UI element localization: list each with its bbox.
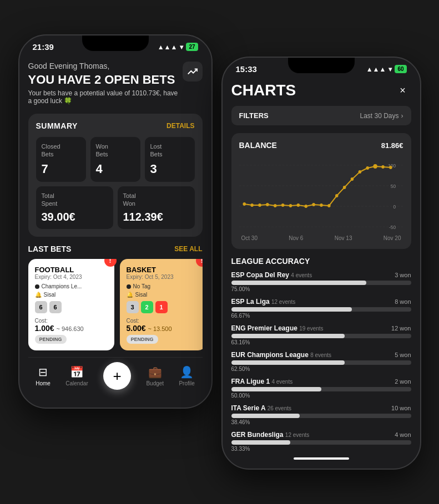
close-button[interactable]: ×	[395, 82, 411, 99]
bet-tag-football: Champions Le...	[35, 283, 108, 289]
svg-point-10	[266, 203, 269, 206]
league-name-row: ESP La Liga 12 events 8 won	[231, 298, 411, 306]
subtitle: Your bets have a potential value of 1010…	[28, 89, 183, 105]
league-name-row: FRA Ligue 1 4 events 2 won	[231, 378, 411, 385]
bet-cost-label-b: Cost:	[127, 318, 199, 324]
league-name-row: ENG Premier League 19 events 12 won	[231, 324, 411, 332]
details-link[interactable]: DETAILS	[166, 122, 194, 130]
bet-amount-football: 1.00€ ~ 946.630	[35, 324, 108, 333]
bet-status-basket: PENDING	[127, 335, 158, 344]
league-name: ESP Copa Del Rey 4 events	[231, 271, 312, 279]
filters-bar[interactable]: FILTERS Last 30 Days ›	[231, 106, 411, 125]
score-b3: 1	[155, 301, 168, 313]
left-content: Good Evening Thomas, YOU HAVE 2 OPEN BET…	[19, 55, 211, 408]
stat-label-spent: TotalSpent	[42, 192, 108, 208]
svg-point-9	[258, 203, 261, 207]
bet-card-football[interactable]: ! FOOTBALL Expiry: Oct 4, 2023 Champions…	[28, 259, 114, 350]
home-icon: ⊟	[38, 365, 48, 379]
svg-point-12	[281, 203, 284, 207]
bet-card-basket[interactable]: ! BASKET Expiry: Oct 5, 2023 No Tag 🔔 Si…	[120, 259, 203, 350]
league-item: FRA Ligue 1 4 events 2 won 50.00%	[231, 378, 411, 399]
right-content: CHARTS × FILTERS Last 30 Days › BALANCE …	[223, 77, 420, 469]
stats-grid-top: ClosedBets 7 WonBets 4 LostBets 3	[36, 137, 195, 182]
scroll-indicator	[294, 457, 349, 460]
league-name-row: EUR Champions League 8 events 5 won	[231, 351, 411, 359]
charts-title: CHARTS	[231, 82, 296, 99]
tag-dot-basket	[127, 284, 131, 289]
battery-right: 60	[395, 65, 406, 73]
league-name: ITA Serie A 26 events	[231, 404, 292, 412]
svg-point-26	[389, 166, 392, 169]
score-b2: 2	[141, 301, 153, 313]
score-1: 6	[35, 301, 47, 313]
svg-point-19	[335, 194, 338, 197]
chart-value: 81.86€	[381, 141, 403, 150]
chart-labels: Oct 30 Nov 6 Nov 13 Nov 20	[239, 235, 403, 241]
svg-text:0: 0	[393, 204, 396, 210]
progress-bar-bg	[231, 307, 411, 312]
svg-point-21	[350, 177, 354, 181]
phones-container: 21:39 ▲▲▲ ▾ 27 Good Evening Thomas, YOU …	[18, 34, 421, 470]
league-name: ENG Premier League 19 events	[231, 324, 324, 332]
svg-point-13	[289, 204, 292, 207]
nav-home-label: Home	[36, 380, 51, 386]
signal-icon: ▲▲▲	[158, 43, 178, 51]
league-list: ESP Copa Del Rey 4 events 3 won 75.00% E…	[231, 271, 411, 452]
salutation: Good Evening Thomas,	[28, 62, 183, 70]
status-icons-right: ▲▲▲ ▾ 60	[366, 65, 407, 73]
league-name: ESP La Liga 12 events	[231, 298, 296, 306]
budget-icon: 💼	[148, 365, 162, 379]
calendar-icon: 📅	[70, 365, 84, 379]
last-bets-title: LAST BETS	[28, 245, 72, 253]
score-b1: 3	[127, 301, 139, 313]
league-pct: 66.67%	[231, 313, 411, 319]
league-pct: 33.33%	[231, 446, 411, 452]
user-name-basket: Sisal	[135, 292, 148, 298]
league-won: 4 won	[395, 431, 411, 438]
nav-home[interactable]: ⊟ Home	[36, 365, 51, 386]
nav-add-button[interactable]: +	[103, 362, 131, 390]
progress-bar-fill	[231, 281, 366, 285]
tag-dot	[35, 284, 39, 289]
nav-budget-label: Budget	[146, 380, 164, 386]
summary-title: SUMMARY	[36, 121, 78, 130]
chart-dot	[243, 202, 246, 206]
svg-point-15	[304, 205, 307, 208]
league-won: 2 won	[395, 378, 411, 385]
chart-title: BALANCE	[239, 141, 277, 150]
filters-label: FILTERS	[239, 111, 269, 120]
bottom-nav: ⊟ Home 📅 Calendar + 💼 Budget 👤 Profile	[28, 357, 203, 399]
league-won: 10 won	[391, 405, 411, 411]
chevron-right-icon: ›	[401, 112, 403, 120]
nav-profile-label: Profile	[179, 380, 194, 386]
league-name-row: ESP Copa Del Rey 4 events 3 won	[231, 271, 411, 279]
progress-bar-bg	[231, 440, 411, 445]
stat-won-bets: WonBets 4	[90, 137, 140, 182]
league-name: FRA Ligue 1 4 events	[231, 378, 293, 385]
see-all-link[interactable]: SEE ALL	[174, 245, 202, 253]
svg-text:-50: -50	[389, 225, 396, 230]
user-name: Sisal	[44, 292, 56, 298]
svg-point-23	[366, 166, 369, 170]
league-pct: 75.00%	[231, 286, 411, 292]
progress-bar-bg	[231, 281, 411, 285]
headline: YOU HAVE 2 OPEN BETS	[28, 73, 183, 87]
bet-status-football: PENDING	[35, 335, 67, 344]
svg-point-24	[373, 164, 377, 169]
wifi-icon: ▾	[180, 43, 183, 51]
nav-budget[interactable]: 💼 Budget	[146, 365, 164, 386]
trend-icon[interactable]	[183, 62, 203, 82]
league-won: 3 won	[395, 272, 411, 278]
signal-icon-r: ▲▲▲	[366, 65, 386, 73]
summary-card: SUMMARY DETAILS ClosedBets 7 WonBets 4 L…	[28, 114, 203, 237]
nav-profile[interactable]: 👤 Profile	[179, 365, 194, 386]
chart-line	[244, 166, 391, 206]
charts-header: CHARTS ×	[231, 77, 411, 106]
league-pct: 50.00%	[231, 393, 411, 399]
nav-calendar[interactable]: 📅 Calendar	[65, 365, 88, 386]
x-label-3: Nov 13	[335, 235, 352, 241]
svg-point-22	[358, 170, 361, 174]
progress-bar-fill	[231, 360, 345, 365]
filters-value: Last 30 Days ›	[360, 112, 403, 120]
svg-point-8	[250, 203, 254, 207]
